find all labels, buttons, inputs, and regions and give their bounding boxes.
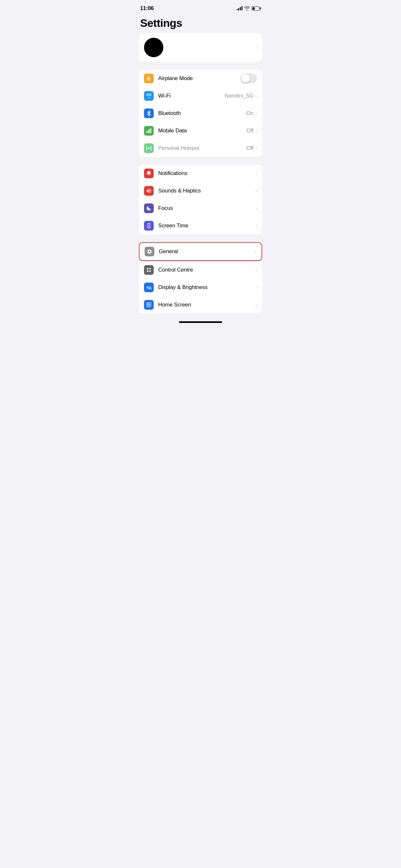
- personal-hotspot-row[interactable]: Personal Hotspot Off ›: [139, 140, 262, 157]
- home-screen-chevron: ›: [255, 302, 257, 307]
- airplane-mode-row[interactable]: Airplane Mode: [139, 69, 262, 87]
- svg-rect-2: [149, 129, 150, 133]
- control-centre-chevron: ›: [255, 268, 257, 273]
- svg-rect-5: [147, 268, 149, 270]
- notifications-icon: [144, 168, 154, 178]
- screen-time-label: Screen Time: [158, 222, 255, 229]
- svg-rect-1: [148, 130, 149, 133]
- general-row[interactable]: General ›: [140, 243, 261, 260]
- focus-icon: [144, 204, 154, 213]
- display-brightness-chevron: ›: [255, 285, 257, 290]
- airplane-mode-label: Airplane Mode: [158, 75, 241, 82]
- svg-rect-16: [148, 304, 149, 305]
- mobile-data-row[interactable]: Mobile Data Off ›: [139, 122, 262, 140]
- personal-hotspot-icon: [144, 144, 154, 153]
- control-centre-row[interactable]: Control Centre ›: [139, 261, 262, 279]
- airplane-mode-icon: [144, 73, 154, 83]
- profile-row[interactable]: ›: [139, 33, 262, 62]
- sounds-haptics-label: Sounds & Haptics: [158, 188, 255, 194]
- display-brightness-label: Display & Brightness: [158, 284, 255, 290]
- bluetooth-value: On: [246, 110, 254, 117]
- wifi-icon: [144, 91, 154, 101]
- svg-rect-24: [148, 307, 149, 307]
- bluetooth-chevron: ›: [255, 111, 257, 116]
- wifi-value: Nandini_5G: [225, 93, 254, 99]
- general-chevron: ›: [255, 249, 256, 254]
- svg-rect-17: [150, 304, 150, 305]
- notifications-chevron: ›: [255, 171, 257, 176]
- bluetooth-icon: [144, 108, 154, 118]
- svg-rect-15: [147, 304, 148, 305]
- svg-rect-14: [151, 303, 151, 304]
- focus-row[interactable]: Focus ›: [139, 199, 262, 217]
- bluetooth-svg: [147, 111, 151, 116]
- svg-rect-23: [147, 307, 148, 307]
- screen-time-icon: [144, 221, 154, 230]
- personal-hotspot-value: Off: [246, 145, 253, 151]
- status-time: 11:06: [140, 5, 154, 11]
- bluetooth-label: Bluetooth: [158, 110, 246, 117]
- wifi-row[interactable]: Wi-Fi Nandini_5G ›: [139, 87, 262, 104]
- airplane-svg: [146, 75, 152, 82]
- status-icons: [237, 6, 261, 11]
- profile-section: ›: [139, 33, 262, 62]
- airplane-mode-toggle[interactable]: [241, 73, 257, 83]
- status-bar: 11:06: [134, 0, 267, 14]
- focus-chevron: ›: [255, 206, 257, 211]
- bluetooth-row[interactable]: Bluetooth On ›: [139, 104, 262, 122]
- toggle-knob: [241, 74, 250, 83]
- notifications-row[interactable]: Notifications ›: [139, 165, 262, 182]
- sliders-svg: [146, 267, 152, 273]
- focus-label: Focus: [158, 205, 255, 212]
- grid-svg: [146, 302, 152, 308]
- sounds-haptics-row[interactable]: Sounds & Haptics ›: [139, 182, 262, 199]
- svg-rect-7: [147, 271, 149, 272]
- control-centre-label: Control Centre: [158, 267, 255, 273]
- svg-rect-21: [150, 306, 150, 306]
- home-screen-label: Home Screen: [158, 302, 255, 308]
- sounds-haptics-chevron: ›: [255, 188, 257, 193]
- wifi-label: Wi-Fi: [158, 93, 225, 99]
- mobile-data-value: Off: [246, 128, 253, 134]
- svg-rect-0: [147, 131, 147, 133]
- hotspot-svg: [146, 145, 152, 151]
- signal-icon: [237, 6, 243, 10]
- notifications-section: Notifications › Sounds & Haptics › Focus…: [139, 165, 262, 235]
- display-brightness-icon: A A: [144, 283, 154, 292]
- wifi-svg: [146, 94, 152, 98]
- svg-rect-13: [150, 303, 150, 304]
- connectivity-section: Airplane Mode Wi-Fi Nandini_5G › Bluetoo…: [139, 69, 262, 157]
- home-screen-icon: [144, 300, 154, 310]
- svg-rect-3: [150, 128, 151, 133]
- svg-rect-19: [147, 306, 148, 306]
- profile-chevron: ›: [255, 45, 257, 50]
- sounds-haptics-icon: [144, 186, 154, 196]
- svg-text:A: A: [149, 285, 152, 290]
- svg-rect-25: [150, 307, 150, 307]
- battery-icon: [251, 6, 261, 11]
- screen-time-row[interactable]: Screen Time ›: [139, 217, 262, 235]
- home-indicator: [179, 321, 222, 323]
- svg-rect-18: [151, 304, 151, 305]
- page-title: Settings: [134, 14, 267, 33]
- gear-svg: [147, 249, 152, 254]
- display-brightness-row[interactable]: A A Display & Brightness ›: [139, 279, 262, 296]
- svg-rect-12: [148, 303, 149, 304]
- personal-hotspot-chevron: ›: [255, 146, 257, 151]
- svg-rect-20: [148, 306, 149, 306]
- mobile-data-chevron: ›: [255, 128, 257, 133]
- hourglass-svg: [146, 223, 152, 228]
- svg-point-4: [148, 148, 150, 149]
- personal-hotspot-label: Personal Hotspot: [158, 145, 246, 151]
- svg-rect-8: [150, 271, 151, 272]
- moon-svg: [146, 206, 152, 211]
- profile-avatar: [144, 38, 163, 57]
- general-highlighted-wrapper: General ›: [139, 242, 262, 261]
- bell-svg: [146, 170, 152, 176]
- general-label: General: [159, 248, 255, 255]
- mobile-data-label: Mobile Data: [158, 128, 246, 134]
- general-icon: [145, 247, 154, 256]
- home-screen-row[interactable]: Home Screen ›: [139, 296, 262, 314]
- text-size-svg: A A: [146, 284, 152, 290]
- notifications-label: Notifications: [158, 170, 255, 177]
